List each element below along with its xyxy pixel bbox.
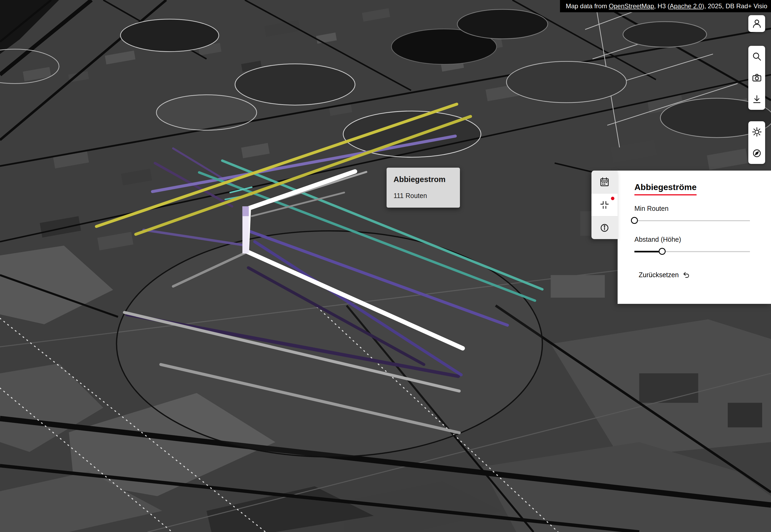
compass-icon <box>752 148 762 159</box>
abstand-slider-fill <box>635 251 662 252</box>
tab-calendar[interactable] <box>592 171 618 194</box>
tooltip-title: Abbiegestrom <box>393 175 453 184</box>
tooltip-routes-count: 111 Routen <box>393 192 453 200</box>
panel-tabstrip <box>592 171 618 239</box>
panel-title: Abbiegeströme <box>635 182 697 195</box>
download-button[interactable] <box>748 88 765 110</box>
attribution-bar: Map data from OpenStreetMap, H3 (Apache … <box>560 0 771 12</box>
abstand-slider[interactable] <box>635 251 750 252</box>
app-window: Abbiegestrom 111 Routen Map data from Op… <box>0 0 771 532</box>
search-button[interactable] <box>748 46 765 67</box>
account-button[interactable] <box>748 15 765 32</box>
tab-turning-flows[interactable] <box>592 194 618 216</box>
abstand-slider-handle[interactable] <box>659 248 666 255</box>
compass-button[interactable] <box>748 143 765 164</box>
camera-icon <box>752 72 762 83</box>
tab-info[interactable] <box>592 216 618 239</box>
abstand-label: Abstand (Höhe) <box>635 236 681 243</box>
min-routen-label: Min Routen <box>635 205 669 212</box>
attribution-middle: , H3 ( <box>654 2 670 10</box>
search-icon <box>752 51 762 62</box>
attribution-suffix: ), 2025, DB Rad+ Visio <box>702 2 767 10</box>
screenshot-button[interactable] <box>748 67 765 88</box>
map-view-group <box>748 121 765 164</box>
account-button-group <box>748 15 765 32</box>
min-routen-slider-handle[interactable] <box>631 217 638 224</box>
person-icon <box>752 18 762 29</box>
apache-license-link[interactable]: Apache 2.0 <box>670 2 702 10</box>
junction-icon <box>599 200 610 210</box>
osm-link[interactable]: OpenStreetMap <box>609 2 654 10</box>
reset-button[interactable]: Zurücksetzen <box>639 271 691 279</box>
sun-icon <box>752 127 762 137</box>
brightness-button[interactable] <box>748 121 765 143</box>
min-routen-slider[interactable] <box>635 220 750 221</box>
attribution-prefix: Map data from <box>566 2 609 10</box>
notification-dot <box>611 197 615 200</box>
flow-hub-column <box>243 206 249 253</box>
undo-arrow-icon <box>683 271 691 279</box>
turning-flows-panel: Abbiegeströme Min Routen Abstand (Höhe) … <box>618 171 771 304</box>
download-icon <box>752 94 762 104</box>
info-circle-icon <box>599 223 610 233</box>
map-tools-group <box>748 46 765 110</box>
map-tooltip: Abbiegestrom 111 Routen <box>387 168 460 208</box>
calendar-icon <box>599 177 610 187</box>
reset-label: Zurücksetzen <box>639 271 679 279</box>
